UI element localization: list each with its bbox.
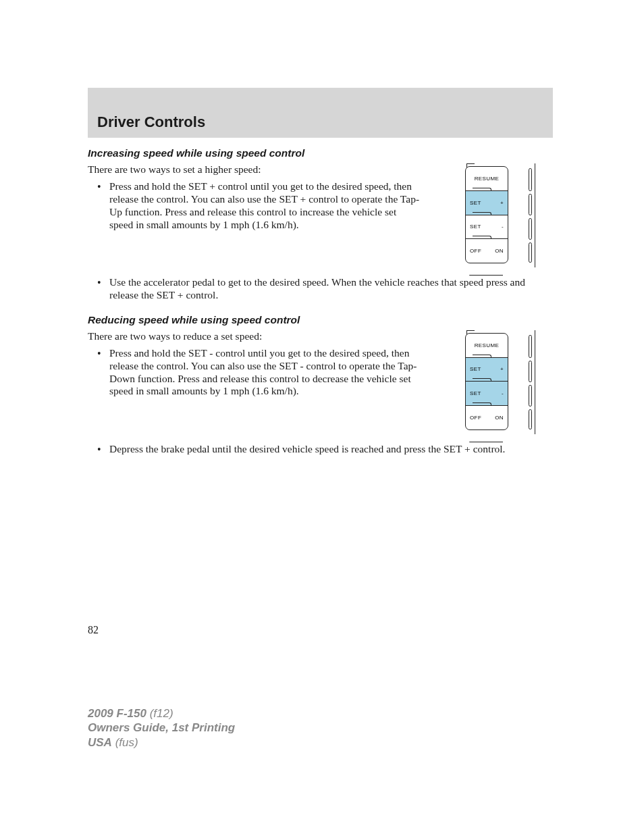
intro-text: There are two ways to set a higher speed… <box>88 163 422 176</box>
bullet-item: Use the accelerator pedal to get to the … <box>88 276 553 302</box>
rocker-icon <box>529 242 532 263</box>
subheading: Increasing speed while using speed contr… <box>88 147 553 159</box>
footer-model-suffix: (f12) <box>146 707 173 720</box>
footer-guide: Owners Guide, 1st Printing <box>88 721 235 734</box>
btn-label: ON <box>495 248 504 254</box>
off-on-button-diagram: OFF ON <box>466 239 508 263</box>
footer: 2009 F-150 (f12) Owners Guide, 1st Print… <box>88 706 235 750</box>
btn-label: SET <box>470 200 481 206</box>
bullet-item: Press and hold the SET + control until y… <box>88 180 422 232</box>
btn-label: RESUME <box>475 176 500 182</box>
section-increasing-speed: Increasing speed while using speed contr… <box>88 147 553 302</box>
rocker-icon <box>529 335 532 358</box>
section-title: Driver Controls <box>97 113 543 131</box>
btn-label: SET <box>470 390 481 396</box>
section-reducing-speed: Reducing speed while using speed control… <box>88 314 553 456</box>
subheading: Reducing speed while using speed control <box>88 314 553 326</box>
btn-label: SET <box>470 366 481 372</box>
bullet-item: Depress the brake pedal until the desire… <box>88 443 553 456</box>
set-plus-button-diagram: SET + <box>466 191 508 215</box>
btn-label: + <box>500 200 504 206</box>
rocker-icon <box>529 361 532 382</box>
set-plus-button-diagram: SET + <box>466 358 508 382</box>
footer-region: USA <box>88 736 112 749</box>
rocker-icon <box>529 168 532 191</box>
set-minus-button-diagram: SET - <box>466 215 508 240</box>
cruise-control-diagram: RESUME SET + SET <box>465 166 526 271</box>
rocker-icon <box>529 409 532 429</box>
btn-label: - <box>502 390 504 396</box>
set-minus-button-diagram: SET - <box>466 382 508 406</box>
btn-label: + <box>500 366 504 372</box>
cruise-control-diagram: RESUME SET + SET <box>465 333 526 438</box>
btn-label: OFF <box>470 248 481 254</box>
btn-label: RESUME <box>475 342 500 348</box>
footer-region-suffix: (fus) <box>112 736 138 749</box>
bullet-item: Press and hold the SET - control until y… <box>88 347 422 398</box>
page-number: 82 <box>88 624 99 636</box>
footer-model: 2009 F-150 <box>88 707 146 720</box>
resume-button-diagram: RESUME <box>466 334 508 358</box>
resume-button-diagram: RESUME <box>466 167 508 191</box>
off-on-button-diagram: OFF ON <box>466 406 508 429</box>
btn-label: ON <box>495 415 504 421</box>
section-header: Driver Controls <box>88 88 553 138</box>
btn-label: OFF <box>470 415 481 421</box>
btn-label: - <box>502 224 504 230</box>
btn-label: SET <box>470 224 481 230</box>
intro-text: There are two ways to reduce a set speed… <box>88 330 422 343</box>
rocker-icon <box>529 385 532 407</box>
rocker-icon <box>529 218 532 240</box>
rocker-icon <box>529 194 532 215</box>
